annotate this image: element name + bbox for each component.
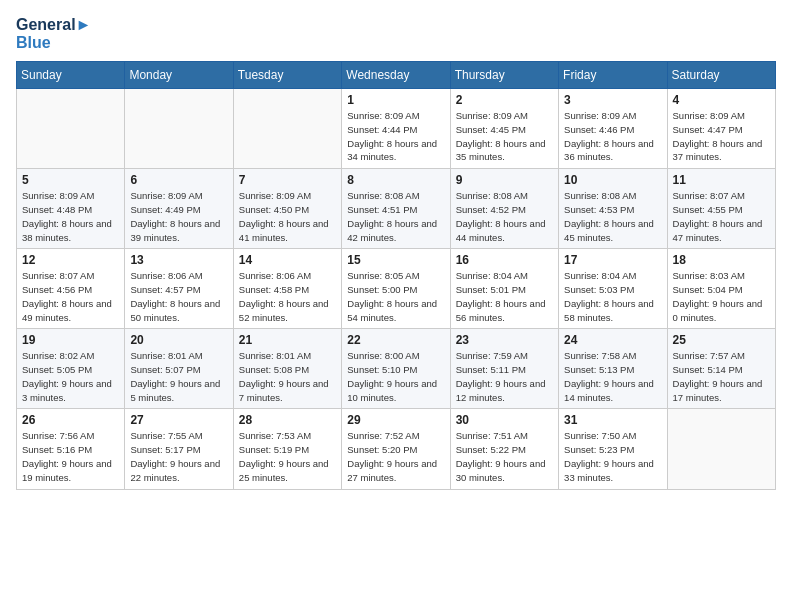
day-number: 11 — [673, 173, 770, 187]
day-number: 30 — [456, 413, 553, 427]
day-info: Sunrise: 7:51 AMSunset: 5:22 PMDaylight:… — [456, 429, 553, 484]
day-info: Sunrise: 8:08 AMSunset: 4:53 PMDaylight:… — [564, 189, 661, 244]
calendar-cell: 9Sunrise: 8:08 AMSunset: 4:52 PMDaylight… — [450, 169, 558, 249]
day-number: 29 — [347, 413, 444, 427]
day-number: 12 — [22, 253, 119, 267]
calendar-cell: 6Sunrise: 8:09 AMSunset: 4:49 PMDaylight… — [125, 169, 233, 249]
day-info: Sunrise: 8:06 AMSunset: 4:58 PMDaylight:… — [239, 269, 336, 324]
day-number: 17 — [564, 253, 661, 267]
day-info: Sunrise: 7:52 AMSunset: 5:20 PMDaylight:… — [347, 429, 444, 484]
logo-container: General► Blue — [16, 16, 91, 51]
calendar-cell: 1Sunrise: 8:09 AMSunset: 4:44 PMDaylight… — [342, 89, 450, 169]
day-number: 15 — [347, 253, 444, 267]
day-info: Sunrise: 7:58 AMSunset: 5:13 PMDaylight:… — [564, 349, 661, 404]
day-info: Sunrise: 8:07 AMSunset: 4:55 PMDaylight:… — [673, 189, 770, 244]
day-info: Sunrise: 8:08 AMSunset: 4:51 PMDaylight:… — [347, 189, 444, 244]
day-info: Sunrise: 8:09 AMSunset: 4:50 PMDaylight:… — [239, 189, 336, 244]
calendar-cell: 31Sunrise: 7:50 AMSunset: 5:23 PMDayligh… — [559, 409, 667, 489]
day-info: Sunrise: 8:09 AMSunset: 4:47 PMDaylight:… — [673, 109, 770, 164]
week-row-3: 12Sunrise: 8:07 AMSunset: 4:56 PMDayligh… — [17, 249, 776, 329]
calendar-cell: 15Sunrise: 8:05 AMSunset: 5:00 PMDayligh… — [342, 249, 450, 329]
calendar-cell: 14Sunrise: 8:06 AMSunset: 4:58 PMDayligh… — [233, 249, 341, 329]
day-info: Sunrise: 7:50 AMSunset: 5:23 PMDaylight:… — [564, 429, 661, 484]
day-number: 27 — [130, 413, 227, 427]
day-info: Sunrise: 8:07 AMSunset: 4:56 PMDaylight:… — [22, 269, 119, 324]
calendar-cell: 5Sunrise: 8:09 AMSunset: 4:48 PMDaylight… — [17, 169, 125, 249]
calendar-table: SundayMondayTuesdayWednesdayThursdayFrid… — [16, 61, 776, 489]
calendar-cell: 13Sunrise: 8:06 AMSunset: 4:57 PMDayligh… — [125, 249, 233, 329]
calendar-cell — [667, 409, 775, 489]
day-number: 10 — [564, 173, 661, 187]
day-info: Sunrise: 8:09 AMSunset: 4:49 PMDaylight:… — [130, 189, 227, 244]
day-number: 26 — [22, 413, 119, 427]
day-number: 25 — [673, 333, 770, 347]
day-info: Sunrise: 8:01 AMSunset: 5:07 PMDaylight:… — [130, 349, 227, 404]
calendar-cell: 12Sunrise: 8:07 AMSunset: 4:56 PMDayligh… — [17, 249, 125, 329]
day-number: 28 — [239, 413, 336, 427]
calendar-cell: 25Sunrise: 7:57 AMSunset: 5:14 PMDayligh… — [667, 329, 775, 409]
weekday-header-friday: Friday — [559, 62, 667, 89]
day-info: Sunrise: 8:01 AMSunset: 5:08 PMDaylight:… — [239, 349, 336, 404]
day-number: 18 — [673, 253, 770, 267]
calendar-cell: 18Sunrise: 8:03 AMSunset: 5:04 PMDayligh… — [667, 249, 775, 329]
week-row-1: 1Sunrise: 8:09 AMSunset: 4:44 PMDaylight… — [17, 89, 776, 169]
day-info: Sunrise: 8:04 AMSunset: 5:03 PMDaylight:… — [564, 269, 661, 324]
day-number: 20 — [130, 333, 227, 347]
calendar-cell: 11Sunrise: 8:07 AMSunset: 4:55 PMDayligh… — [667, 169, 775, 249]
weekday-header-monday: Monday — [125, 62, 233, 89]
day-info: Sunrise: 8:09 AMSunset: 4:44 PMDaylight:… — [347, 109, 444, 164]
day-info: Sunrise: 8:06 AMSunset: 4:57 PMDaylight:… — [130, 269, 227, 324]
day-info: Sunrise: 8:09 AMSunset: 4:45 PMDaylight:… — [456, 109, 553, 164]
calendar-cell: 17Sunrise: 8:04 AMSunset: 5:03 PMDayligh… — [559, 249, 667, 329]
calendar-cell: 26Sunrise: 7:56 AMSunset: 5:16 PMDayligh… — [17, 409, 125, 489]
weekday-header-wednesday: Wednesday — [342, 62, 450, 89]
week-row-5: 26Sunrise: 7:56 AMSunset: 5:16 PMDayligh… — [17, 409, 776, 489]
logo-text-general: General► — [16, 16, 91, 34]
day-number: 22 — [347, 333, 444, 347]
weekday-header-saturday: Saturday — [667, 62, 775, 89]
day-number: 3 — [564, 93, 661, 107]
weekday-header-thursday: Thursday — [450, 62, 558, 89]
day-number: 13 — [130, 253, 227, 267]
day-info: Sunrise: 8:05 AMSunset: 5:00 PMDaylight:… — [347, 269, 444, 324]
day-number: 14 — [239, 253, 336, 267]
day-number: 2 — [456, 93, 553, 107]
calendar-cell: 24Sunrise: 7:58 AMSunset: 5:13 PMDayligh… — [559, 329, 667, 409]
calendar-cell: 3Sunrise: 8:09 AMSunset: 4:46 PMDaylight… — [559, 89, 667, 169]
day-info: Sunrise: 8:09 AMSunset: 4:46 PMDaylight:… — [564, 109, 661, 164]
calendar-cell: 10Sunrise: 8:08 AMSunset: 4:53 PMDayligh… — [559, 169, 667, 249]
weekday-header-tuesday: Tuesday — [233, 62, 341, 89]
calendar-cell — [233, 89, 341, 169]
calendar-cell: 28Sunrise: 7:53 AMSunset: 5:19 PMDayligh… — [233, 409, 341, 489]
calendar-cell: 23Sunrise: 7:59 AMSunset: 5:11 PMDayligh… — [450, 329, 558, 409]
calendar-cell: 16Sunrise: 8:04 AMSunset: 5:01 PMDayligh… — [450, 249, 558, 329]
page-header: General► Blue — [16, 16, 776, 51]
day-info: Sunrise: 8:08 AMSunset: 4:52 PMDaylight:… — [456, 189, 553, 244]
day-info: Sunrise: 8:00 AMSunset: 5:10 PMDaylight:… — [347, 349, 444, 404]
weekday-header-row: SundayMondayTuesdayWednesdayThursdayFrid… — [17, 62, 776, 89]
day-number: 5 — [22, 173, 119, 187]
calendar-cell: 7Sunrise: 8:09 AMSunset: 4:50 PMDaylight… — [233, 169, 341, 249]
calendar-cell: 20Sunrise: 8:01 AMSunset: 5:07 PMDayligh… — [125, 329, 233, 409]
day-number: 21 — [239, 333, 336, 347]
day-info: Sunrise: 7:56 AMSunset: 5:16 PMDaylight:… — [22, 429, 119, 484]
logo: General► Blue — [16, 16, 91, 51]
calendar-cell: 27Sunrise: 7:55 AMSunset: 5:17 PMDayligh… — [125, 409, 233, 489]
week-row-2: 5Sunrise: 8:09 AMSunset: 4:48 PMDaylight… — [17, 169, 776, 249]
day-info: Sunrise: 7:53 AMSunset: 5:19 PMDaylight:… — [239, 429, 336, 484]
day-number: 4 — [673, 93, 770, 107]
logo-text-blue: Blue — [16, 34, 91, 52]
day-info: Sunrise: 8:03 AMSunset: 5:04 PMDaylight:… — [673, 269, 770, 324]
calendar-cell: 19Sunrise: 8:02 AMSunset: 5:05 PMDayligh… — [17, 329, 125, 409]
week-row-4: 19Sunrise: 8:02 AMSunset: 5:05 PMDayligh… — [17, 329, 776, 409]
day-number: 23 — [456, 333, 553, 347]
day-number: 19 — [22, 333, 119, 347]
weekday-header-sunday: Sunday — [17, 62, 125, 89]
day-number: 1 — [347, 93, 444, 107]
calendar-cell: 21Sunrise: 8:01 AMSunset: 5:08 PMDayligh… — [233, 329, 341, 409]
day-info: Sunrise: 7:59 AMSunset: 5:11 PMDaylight:… — [456, 349, 553, 404]
day-number: 31 — [564, 413, 661, 427]
calendar-cell: 4Sunrise: 8:09 AMSunset: 4:47 PMDaylight… — [667, 89, 775, 169]
calendar-cell: 30Sunrise: 7:51 AMSunset: 5:22 PMDayligh… — [450, 409, 558, 489]
day-number: 7 — [239, 173, 336, 187]
